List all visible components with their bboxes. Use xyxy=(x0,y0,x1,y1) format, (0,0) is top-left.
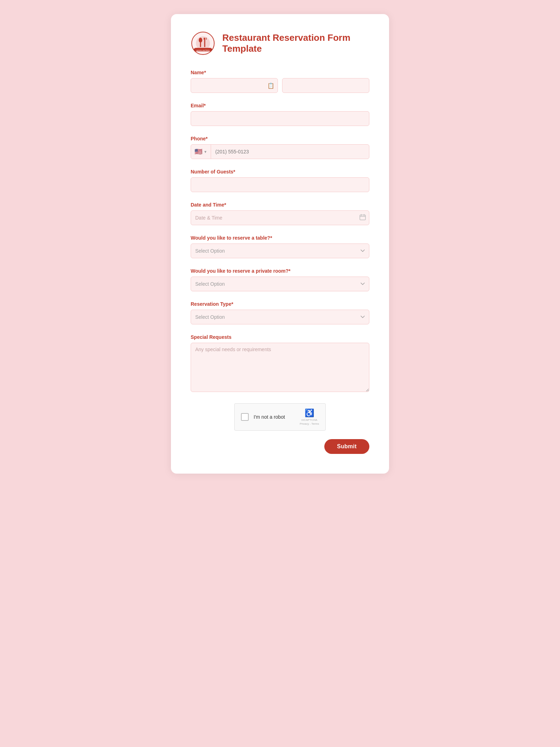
datetime-group: Date and Time* xyxy=(191,202,369,225)
submit-button[interactable]: Submit xyxy=(324,439,369,454)
name-group: Name* 📋 xyxy=(191,70,369,93)
datetime-wrap xyxy=(191,210,369,225)
restype-label: Reservation Type* xyxy=(191,301,369,307)
logo: spoons and forks xyxy=(191,31,215,56)
last-name-wrap xyxy=(282,78,369,93)
submit-row: Submit xyxy=(191,439,369,454)
flag-emoji: 🇺🇸 xyxy=(195,148,202,156)
private-select[interactable]: Select Option Yes No xyxy=(191,277,369,291)
last-name-input[interactable] xyxy=(282,78,369,93)
svg-rect-3 xyxy=(200,42,201,47)
captcha-links[interactable]: Privacy - Terms xyxy=(300,422,319,425)
captcha-label: I'm not a robot xyxy=(254,414,295,420)
svg-text:spoons and forks: spoons and forks xyxy=(196,49,210,51)
phone-label: Phone* xyxy=(191,136,369,141)
table-select[interactable]: Select Option Yes No xyxy=(191,243,369,258)
phone-row: 🇺🇸 ▼ xyxy=(191,144,369,159)
restype-select[interactable]: Select Option Standard VIP Group xyxy=(191,310,369,324)
guests-input[interactable] xyxy=(191,177,369,192)
svg-rect-5 xyxy=(206,38,206,40)
form-card: spoons and forks Restaurant Reservation … xyxy=(171,14,389,474)
captcha-box[interactable]: I'm not a robot ♿ reCAPTCHA Privacy - Te… xyxy=(234,403,326,431)
captcha-checkbox[interactable] xyxy=(241,413,249,421)
table-group: Would you like to reserve a table?* Sele… xyxy=(191,235,369,258)
svg-rect-6 xyxy=(204,38,204,40)
datetime-label: Date and Time* xyxy=(191,202,369,208)
recaptcha-icon: ♿ xyxy=(305,409,314,418)
private-label: Would you like to reserve a private room… xyxy=(191,268,369,274)
captcha-brand: reCAPTCHA xyxy=(301,418,317,422)
first-name-wrap: 📋 xyxy=(191,78,278,93)
flag-chevron-icon: ▼ xyxy=(204,150,207,154)
special-group: Special Requests xyxy=(191,334,369,393)
first-name-input[interactable] xyxy=(191,78,278,93)
captcha-logo: ♿ reCAPTCHA Privacy - Terms xyxy=(300,409,319,425)
captcha-area: I'm not a robot ♿ reCAPTCHA Privacy - Te… xyxy=(191,403,369,431)
special-label: Special Requests xyxy=(191,334,369,340)
table-label: Would you like to reserve a table?* xyxy=(191,235,369,241)
name-label: Name* xyxy=(191,70,369,75)
name-row: 📋 xyxy=(191,78,369,93)
svg-rect-7 xyxy=(204,39,205,47)
special-textarea[interactable] xyxy=(191,343,369,392)
email-input[interactable] xyxy=(191,111,369,126)
email-label: Email* xyxy=(191,103,369,108)
email-group: Email* xyxy=(191,103,369,126)
datetime-input[interactable] xyxy=(191,210,369,225)
guests-label: Number of Guests* xyxy=(191,169,369,175)
phone-input[interactable] xyxy=(211,145,369,159)
phone-country-button[interactable]: 🇺🇸 ▼ xyxy=(191,145,211,159)
phone-group: Phone* 🇺🇸 ▼ xyxy=(191,136,369,159)
guests-group: Number of Guests* xyxy=(191,169,369,192)
svg-point-2 xyxy=(199,38,202,43)
private-group: Would you like to reserve a private room… xyxy=(191,268,369,291)
restype-group: Reservation Type* Select Option Standard… xyxy=(191,301,369,324)
form-title: Restaurant Reservation Form Template xyxy=(222,32,369,54)
form-header: spoons and forks Restaurant Reservation … xyxy=(191,31,369,56)
